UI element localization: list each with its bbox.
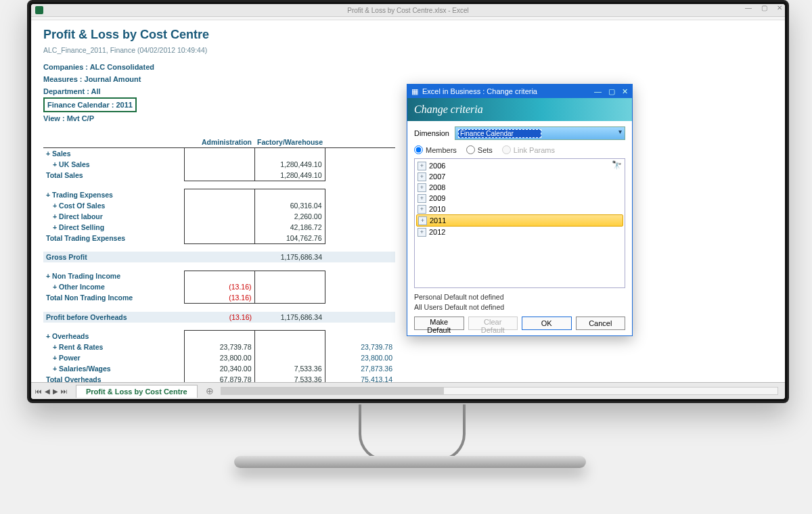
personal-default-text: Personal Default not defined xyxy=(414,292,625,302)
tree-item-2009[interactable]: +2009 xyxy=(416,193,623,204)
find-icon[interactable]: 🔭 xyxy=(612,160,622,170)
tree-item-label: 2011 xyxy=(430,216,446,225)
tab-nav-first-icon[interactable]: ⏮ xyxy=(35,388,42,395)
row-cost-of-sales: + Cost Of Sales xyxy=(43,200,184,211)
expand-icon[interactable]: + xyxy=(418,205,426,214)
expand-icon[interactable]: + xyxy=(418,216,427,225)
row-non-trading: + Non Trading Income xyxy=(43,271,184,281)
window-title: Profit & Loss by Cost Centre.xlsx - Exce… xyxy=(31,7,785,14)
close-icon[interactable]: ✕ xyxy=(777,4,782,11)
expand-icon[interactable]: + xyxy=(418,228,426,237)
col-administration: Administration xyxy=(184,137,254,148)
tree-item-label: 2012 xyxy=(429,228,445,236)
dialog-banner: Change criteria xyxy=(407,98,632,121)
meta-calendar-selected[interactable]: Finance Calendar : 2011 xyxy=(43,97,137,112)
row-rent: + Rent & Rates xyxy=(43,342,184,352)
row-direct-labour: + Direct labour xyxy=(43,211,184,222)
tree-item-label: 2010 xyxy=(429,205,445,213)
row-total-trading: Total Trading Expenses xyxy=(43,233,184,244)
radio-link-params[interactable]: Link Params xyxy=(502,145,555,154)
clear-default-button: Clear Default xyxy=(468,317,518,330)
screen: Profit & Loss by Cost Centre.xlsx - Exce… xyxy=(31,4,785,399)
expand-icon[interactable]: + xyxy=(418,172,426,181)
radio-members-input[interactable] xyxy=(414,145,423,154)
sheet-tab-active[interactable]: Profit & Loss by Cost Centre xyxy=(76,385,198,398)
row-total-sales: Total Sales xyxy=(43,170,184,181)
radio-members[interactable]: Members xyxy=(414,145,457,154)
row-other-income: + Other Income xyxy=(43,281,184,292)
expand-icon[interactable]: + xyxy=(418,162,426,170)
maximize-icon[interactable]: ▢ xyxy=(761,4,767,11)
tree-item-2008[interactable]: +2008 xyxy=(416,182,623,193)
report-subtitle: ALC_Finance_2011, Finance (04/02/2012 10… xyxy=(43,46,773,54)
radio-sets[interactable]: Sets xyxy=(466,145,493,154)
tree-item-label: 2006 xyxy=(429,162,445,170)
row-uk-sales: + UK Sales xyxy=(43,159,184,170)
report-title: Profit & Loss by Cost Centre xyxy=(43,28,773,42)
monitor-frame: Profit & Loss by Cost Centre.xlsx - Exce… xyxy=(27,0,789,403)
sheet-tab-strip: ⏮ ◀ ▶ ⏭ Profit & Loss by Cost Centre ⊕ xyxy=(31,382,785,399)
dimension-combo[interactable]: Finance Calendar xyxy=(455,126,625,140)
row-salaries: + Salaries/Wages xyxy=(43,363,184,374)
tree-item-label: 2008 xyxy=(429,183,445,191)
tab-nav[interactable]: ⏮ ◀ ▶ ⏭ xyxy=(31,388,72,395)
tab-nav-prev-icon[interactable]: ◀ xyxy=(45,388,50,395)
tree-item-2007[interactable]: +2007 xyxy=(416,171,623,182)
col-rowlabel xyxy=(43,137,184,148)
row-profit-before: Profit before Overheads xyxy=(43,312,184,323)
dialog-app-icon: ▦ xyxy=(411,87,418,96)
expand-icon[interactable]: + xyxy=(418,183,426,192)
dimension-label: Dimension xyxy=(414,129,449,137)
row-total-non-trading: Total Non Trading Income xyxy=(43,292,184,304)
tree-item-2011[interactable]: +2011 xyxy=(416,214,623,227)
dialog-close-icon[interactable]: ✕ xyxy=(622,87,628,96)
change-criteria-dialog: ▦ Excel in Business : Change criteria — … xyxy=(407,84,633,336)
all-users-default-text: All Users Default not defined xyxy=(414,302,625,312)
monitor-stand-base xyxy=(234,456,586,468)
make-default-button[interactable]: Make Default xyxy=(414,317,464,330)
tab-nav-last-icon[interactable]: ⏭ xyxy=(61,388,68,395)
dialog-titlebar[interactable]: ▦ Excel in Business : Change criteria — … xyxy=(407,85,632,98)
dialog-maximize-icon[interactable]: ▢ xyxy=(608,87,615,96)
dimension-value: Finance Calendar xyxy=(458,129,541,138)
row-sales: + Sales xyxy=(43,148,184,160)
monitor-stand-neck xyxy=(359,404,466,461)
col-factory: Factory/Warehouse xyxy=(254,137,325,148)
radio-sets-input[interactable] xyxy=(466,145,475,154)
row-power: + Power xyxy=(43,352,184,363)
tree-item-2012[interactable]: +2012 xyxy=(416,227,623,237)
row-trading-exp: + Trading Expenses xyxy=(43,189,184,200)
minimize-icon[interactable]: — xyxy=(745,4,752,11)
member-tree[interactable]: 🔭 +2006+2007+2008+2009+2010+2011+2012 xyxy=(414,158,625,288)
tab-nav-next-icon[interactable]: ▶ xyxy=(53,388,58,395)
add-sheet-icon[interactable]: ⊕ xyxy=(206,386,214,396)
excel-titlebar: Profit & Loss by Cost Centre.xlsx - Exce… xyxy=(31,4,785,17)
row-direct-selling: + Direct Selling xyxy=(43,222,184,233)
tree-item-2006[interactable]: +2006 xyxy=(416,160,623,171)
row-gross-profit: Gross Profit xyxy=(43,252,184,262)
cancel-button[interactable]: Cancel xyxy=(576,317,626,330)
tree-item-label: 2007 xyxy=(429,172,445,181)
row-overheads: + Overheads xyxy=(43,331,184,342)
dialog-window-title: Excel in Business : Change criteria xyxy=(422,87,537,95)
ok-button[interactable]: OK xyxy=(522,317,572,330)
dialog-minimize-icon[interactable]: — xyxy=(594,87,602,96)
col-extra xyxy=(325,137,395,148)
row-total-overheads: Total Overheads xyxy=(43,374,184,383)
financial-table: Administration Factory/Warehouse + Sales… xyxy=(43,137,395,383)
meta-companies: Companies : ALC Consolidated xyxy=(43,61,773,73)
horizontal-scrollbar[interactable] xyxy=(221,387,778,395)
tree-item-2010[interactable]: +2010 xyxy=(416,204,623,214)
tree-item-label: 2009 xyxy=(429,194,445,202)
radio-link-input xyxy=(502,145,511,154)
expand-icon[interactable]: + xyxy=(418,194,426,203)
